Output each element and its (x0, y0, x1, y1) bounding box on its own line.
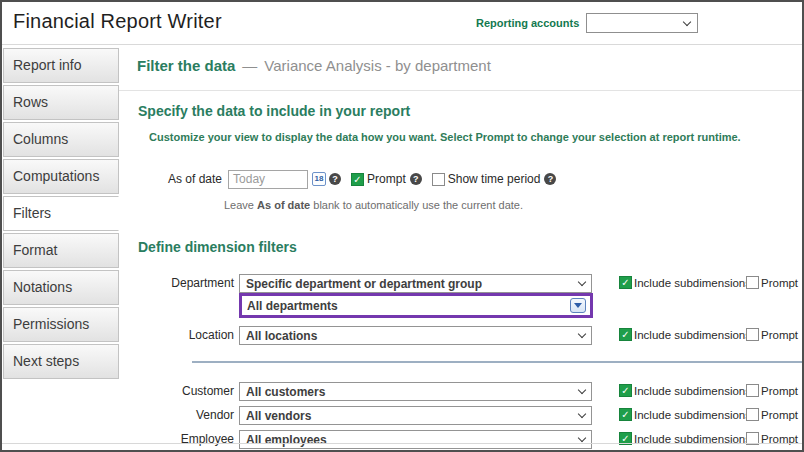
chevron-down-icon (578, 278, 586, 286)
department-subfilter-value: All departments (247, 299, 570, 313)
dropdown-arrow-button[interactable] (570, 298, 586, 313)
vendor-prompt-group: Prompt (746, 408, 798, 421)
location-include-group: Include subdimensions (619, 328, 751, 341)
help-icon[interactable] (329, 173, 341, 185)
include-subdimensions-label: Include subdimensions (634, 277, 751, 289)
customer-label: Customer (137, 382, 234, 401)
section-divider (192, 361, 802, 363)
specify-description-bold: Prompt (475, 131, 514, 143)
customer-prompt-group: Prompt (746, 384, 798, 397)
prompt-checkbox[interactable] (351, 173, 364, 186)
customer-select-value: All customers (246, 385, 579, 399)
specify-description-prefix: Customize your view to display the data … (149, 131, 472, 143)
reporting-accounts-group: Reporting accounts (476, 13, 698, 33)
include-subdimensions-checkbox[interactable] (619, 408, 632, 421)
sidebar-item-filters[interactable]: Filters (3, 196, 119, 231)
sidebar-item-columns[interactable]: Columns (3, 122, 119, 157)
note-suffix: blank to automatically use the current d… (313, 199, 523, 211)
as-of-date-label: As of date (168, 172, 222, 186)
specify-description: Customize your view to display the data … (149, 131, 741, 143)
app-window: Financial Report Writer Reporting accoun… (0, 0, 804, 452)
location-prompt-group: Prompt (746, 328, 798, 341)
header-divider (2, 44, 802, 45)
note-bold: As of date (257, 199, 310, 211)
chevron-down-icon (578, 386, 586, 394)
prompt-checkbox[interactable] (746, 276, 759, 289)
as-of-date-input[interactable]: Today (228, 170, 308, 189)
sidebar-item-rows[interactable]: Rows (3, 85, 119, 120)
dimension-row-location: Location All locations Include subdimens… (137, 326, 802, 345)
department-label: Department (137, 274, 234, 293)
include-subdimensions-checkbox[interactable] (619, 276, 632, 289)
prompt-checkbox[interactable] (746, 384, 759, 397)
department-select[interactable]: Specific department or department group (239, 274, 592, 293)
customer-select[interactable]: All customers (239, 382, 592, 401)
vendor-include-group: Include subdimensions (619, 408, 751, 421)
as-of-date-row: As of date Today 18 Prompt Show time per… (168, 169, 556, 189)
vendor-select-value: All vendors (246, 409, 579, 423)
chevron-down-icon (578, 434, 586, 442)
show-time-period-label: Show time period (448, 172, 541, 186)
reporting-accounts-select[interactable] (586, 13, 698, 33)
chevron-down-icon (578, 330, 586, 338)
location-select-value: All locations (246, 329, 579, 343)
help-icon[interactable] (410, 173, 422, 185)
department-prompt-group: Prompt (746, 276, 798, 289)
employee-select[interactable]: All employees (239, 430, 592, 449)
prompt-label: Prompt (761, 329, 798, 341)
as-of-date-note: Leave As of date blank to automatically … (224, 199, 523, 211)
prompt-checkbox[interactable] (746, 408, 759, 421)
include-subdimensions-label: Include subdimensions (634, 385, 751, 397)
specify-heading: Specify the data to include in your repo… (138, 103, 410, 119)
include-subdimensions-label: Include subdimensions (634, 329, 751, 341)
sidebar-item-next-steps[interactable]: Next steps (3, 344, 119, 379)
vendor-label: Vendor (137, 406, 234, 425)
page-subtitle: Variance Analysis - by department (264, 57, 491, 74)
help-icon[interactable] (544, 173, 556, 185)
app-title: Financial Report Writer (13, 10, 222, 33)
page-title: Filter the data (137, 57, 235, 74)
reporting-accounts-label: Reporting accounts (476, 17, 579, 29)
note-prefix: Leave (224, 199, 254, 211)
dimension-row-employee: Employee All employees Include subdimens… (137, 430, 802, 449)
customer-include-group: Include subdimensions (619, 384, 751, 397)
employee-select-value: All employees (246, 433, 579, 447)
prompt-checkbox[interactable] (746, 328, 759, 341)
department-include-group: Include subdimensions (619, 276, 751, 289)
vendor-select[interactable]: All vendors (239, 406, 592, 425)
dimension-row-vendor: Vendor All vendors Include subdimensions… (137, 406, 802, 425)
dimension-row-customer: Customer All customers Include subdimens… (137, 382, 802, 401)
prompt-label: Prompt (761, 277, 798, 289)
sidebar: Report info Rows Columns Computations Fi… (3, 48, 119, 381)
dimension-row-department: Department Specific department or depart… (137, 274, 802, 293)
prompt-label: Prompt (761, 385, 798, 397)
chevron-down-icon (683, 17, 691, 25)
specify-description-suffix: to change your selection at report runti… (517, 131, 741, 143)
calendar-icon[interactable]: 18 (312, 172, 326, 186)
filters-heading: Define dimension filters (138, 239, 297, 255)
page-header: Filter the data — Variance Analysis - by… (137, 57, 491, 74)
show-time-period-checkbox[interactable] (432, 173, 445, 186)
include-subdimensions-checkbox[interactable] (619, 384, 632, 397)
employee-label: Employee (137, 430, 234, 449)
location-label: Location (137, 326, 234, 345)
sidebar-item-report-info[interactable]: Report info (3, 48, 119, 83)
sidebar-item-permissions[interactable]: Permissions (3, 307, 119, 342)
dropdown-arrow-icon (574, 303, 582, 308)
sidebar-item-computations[interactable]: Computations (3, 159, 119, 194)
page-divider (119, 90, 802, 91)
include-subdimensions-checkbox[interactable] (619, 328, 632, 341)
bottom-divider (2, 443, 802, 444)
page-dash: — (242, 57, 257, 74)
location-select[interactable]: All locations (239, 326, 592, 345)
sidebar-item-format[interactable]: Format (3, 233, 119, 268)
department-select-value: Specific department or department group (246, 277, 579, 291)
sidebar-item-notations[interactable]: Notations (3, 270, 119, 305)
chevron-down-icon (578, 410, 586, 418)
include-subdimensions-label: Include subdimensions (634, 409, 751, 421)
department-subfilter-highlighted[interactable]: All departments (239, 293, 593, 318)
prompt-checkbox-label: Prompt (367, 172, 406, 186)
prompt-label: Prompt (761, 409, 798, 421)
